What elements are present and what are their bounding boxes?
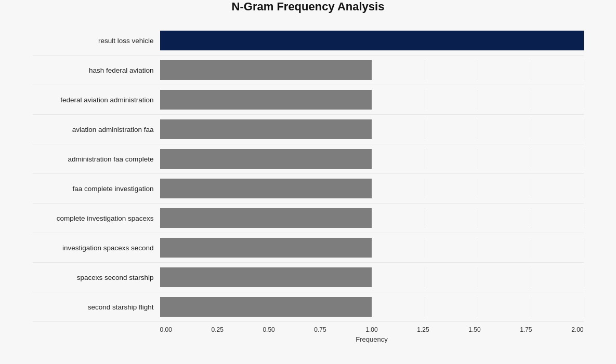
bar-row: complete investigation spacexs [33, 204, 584, 233]
chart-title: N-Gram Frequency Analysis [33, 0, 584, 14]
bar-fill [160, 267, 372, 287]
grid-line [531, 119, 531, 139]
bar-fill [160, 60, 372, 80]
bar-row: result loss vehicle [33, 26, 584, 56]
grid-line [425, 208, 425, 228]
grid-line [584, 297, 584, 317]
bar-label: administration faa complete [33, 155, 160, 163]
bar-track [160, 90, 584, 110]
grid-line [584, 60, 584, 80]
bar-row: federal aviation administration [33, 85, 584, 115]
x-tick-label: 1.50 [468, 326, 480, 333]
grid-line [584, 119, 584, 139]
grid-line [584, 238, 584, 258]
bar-label: investigation spacexs second [33, 244, 160, 252]
grid-line [584, 208, 584, 228]
x-axis-label: Frequency [160, 335, 584, 343]
grid-line [425, 60, 425, 80]
bar-fill [160, 149, 372, 169]
grid-line [584, 149, 584, 169]
x-tick-label: 0.25 [211, 326, 223, 333]
bar-fill [160, 208, 372, 228]
x-tick-label: 1.25 [417, 326, 429, 333]
grid-line [425, 119, 425, 139]
bar-track [160, 267, 584, 287]
bar-rows-wrapper: result loss vehiclehash federal aviation… [33, 26, 584, 322]
grid-line [478, 267, 478, 287]
grid-line [584, 179, 584, 198]
grid-line [531, 60, 531, 80]
bar-label: spacexs second starship [33, 274, 160, 281]
grid-line [372, 119, 372, 139]
bar-row: aviation administration faa [33, 115, 584, 144]
bar-label: result loss vehicle [33, 37, 160, 45]
grid-line [478, 238, 478, 258]
grid-line [425, 297, 425, 317]
grid-line [425, 179, 425, 198]
x-tick-label: 1.75 [520, 326, 532, 333]
bar-label: aviation administration faa [33, 126, 160, 133]
grid-line [584, 267, 584, 287]
bar-track [160, 208, 584, 228]
bar-label: complete investigation spacexs [33, 214, 160, 222]
grid-line [531, 149, 531, 169]
bar-row: investigation spacexs second [33, 233, 584, 263]
grid-line [372, 297, 372, 317]
x-tick-label: 0.00 [160, 326, 172, 333]
bar-fill [160, 119, 372, 139]
grid-line [584, 31, 584, 50]
bar-row: spacexs second starship [33, 263, 584, 292]
bar-track [160, 179, 584, 198]
x-ticks: 0.000.250.500.751.001.251.501.752.00 [160, 326, 584, 333]
grid-line [478, 297, 478, 317]
grid-line [531, 179, 531, 198]
bar-track [160, 60, 584, 80]
grid-line [478, 208, 478, 228]
grid-line [372, 60, 372, 80]
bar-fill [160, 179, 372, 198]
grid-line [425, 90, 425, 110]
bar-track [160, 238, 584, 258]
grid-line [478, 119, 478, 139]
grid-line [531, 297, 531, 317]
grid-line [478, 90, 478, 110]
grid-line [425, 149, 425, 169]
bar-label: hash federal aviation [33, 66, 160, 74]
grid-line [531, 267, 531, 287]
grid-line [478, 149, 478, 169]
bar-row: second starship flight [33, 292, 584, 322]
grid-line [584, 90, 584, 110]
bar-row: faa complete investigation [33, 174, 584, 204]
grid-line [372, 149, 372, 169]
bar-fill [160, 297, 372, 317]
bar-fill [160, 90, 372, 110]
grid-line [478, 60, 478, 80]
grid-line [531, 90, 531, 110]
x-tick-label: 0.50 [263, 326, 274, 333]
grid-line [478, 179, 478, 198]
grid-line [372, 267, 372, 287]
bar-label: federal aviation administration [33, 96, 160, 104]
bar-track [160, 149, 584, 169]
grid-line [425, 267, 425, 287]
bar-track [160, 31, 584, 50]
bar-row: hash federal aviation [33, 56, 584, 85]
bar-track [160, 297, 584, 317]
bar-fill [160, 238, 372, 258]
grid-line [372, 179, 372, 198]
chart-container: N-Gram Frequency Analysis result loss ve… [22, 0, 594, 364]
grid-line [531, 208, 531, 228]
grid-line [425, 238, 425, 258]
x-tick-label: 2.00 [571, 326, 583, 333]
grid-line [372, 238, 372, 258]
bar-fill [160, 31, 584, 50]
bar-row: administration faa complete [33, 144, 584, 174]
bar-label: second starship flight [33, 303, 160, 311]
bar-track [160, 119, 584, 139]
bar-label: faa complete investigation [33, 185, 160, 193]
x-tick-label: 0.75 [314, 326, 326, 333]
grid-line [372, 90, 372, 110]
grid-line [372, 208, 372, 228]
x-axis: 0.000.250.500.751.001.251.501.752.00 [160, 326, 584, 333]
grid-line [531, 238, 531, 258]
